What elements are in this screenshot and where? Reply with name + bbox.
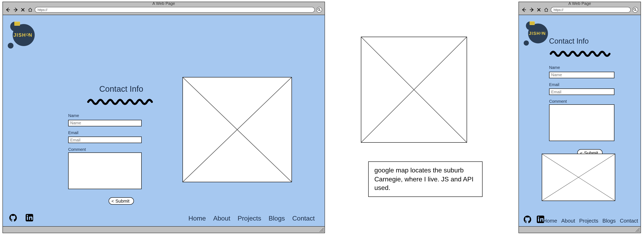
brand-name: JISHN xyxy=(14,32,32,38)
brand-name: JISHN xyxy=(529,31,546,36)
chevron-left-icon: < xyxy=(112,199,114,203)
comment-field[interactable] xyxy=(68,152,142,189)
name-label: Name xyxy=(549,65,631,70)
search-icon[interactable] xyxy=(632,7,638,13)
map-image-placeholder xyxy=(542,154,615,201)
contact-heading: Contact Info xyxy=(549,37,631,46)
brand-logo: JISHN xyxy=(7,19,40,52)
svg-point-7 xyxy=(538,217,539,218)
window-title: A Web Page xyxy=(3,1,324,6)
name-field[interactable] xyxy=(68,120,142,126)
comment-label: Comment xyxy=(549,99,631,104)
footer-nav: Home About Projects Blogs Contact xyxy=(188,215,315,222)
email-field[interactable] xyxy=(549,88,614,95)
search-icon[interactable] xyxy=(316,7,322,13)
svg-point-3 xyxy=(27,215,28,216)
nav-home[interactable]: Home xyxy=(188,215,206,222)
email-label: Email xyxy=(68,130,174,135)
comment-field[interactable] xyxy=(549,104,614,141)
window-title: A Web Page xyxy=(519,1,640,6)
back-icon[interactable] xyxy=(5,7,11,13)
submit-button[interactable]: <Submit xyxy=(108,197,134,205)
browser-chrome: A Web Page https:// xyxy=(519,2,640,15)
resize-handle-icon[interactable] xyxy=(636,228,640,232)
name-label: Name xyxy=(68,113,174,118)
url-bar[interactable]: https:// xyxy=(35,7,315,13)
name-field[interactable] xyxy=(549,71,614,78)
resize-handle-icon[interactable] xyxy=(320,228,324,232)
standalone-map-placeholder xyxy=(361,37,467,143)
scribble-decoration xyxy=(549,49,618,57)
svg-point-0 xyxy=(318,8,320,10)
contact-form-block: Contact Info Name Email Comment <Submit xyxy=(549,37,631,157)
browser-chrome: A Web Page https:// xyxy=(3,2,324,15)
svg-rect-2 xyxy=(27,217,28,220)
status-bar xyxy=(3,226,324,233)
comment-label: Comment xyxy=(68,147,174,152)
brand-logo: JISHN xyxy=(523,19,552,48)
forward-icon[interactable] xyxy=(529,7,534,13)
nav-blogs[interactable]: Blogs xyxy=(268,215,285,222)
svg-point-4 xyxy=(634,8,636,10)
forward-icon[interactable] xyxy=(13,7,18,13)
linkedin-icon[interactable] xyxy=(25,213,34,222)
email-field[interactable] xyxy=(68,137,142,143)
scribble-decoration xyxy=(86,97,156,105)
home-icon[interactable] xyxy=(543,7,549,13)
nav-projects[interactable]: Projects xyxy=(238,215,261,222)
url-text: https:// xyxy=(554,8,563,12)
status-bar xyxy=(519,226,640,233)
github-icon[interactable] xyxy=(523,215,532,224)
contact-form-block: Contact Info Name Email Comment <Submit xyxy=(68,84,174,205)
contact-heading: Contact Info xyxy=(68,84,174,94)
email-label: Email xyxy=(549,82,631,87)
chip-icon xyxy=(530,21,534,25)
url-bar[interactable]: https:// xyxy=(551,7,631,13)
stop-icon[interactable] xyxy=(20,7,26,13)
home-icon[interactable] xyxy=(27,7,33,13)
nav-projects[interactable]: Projects xyxy=(579,218,598,224)
svg-rect-6 xyxy=(538,218,539,222)
map-annotation-note: google map locates the suburb Carnegie, … xyxy=(368,161,482,197)
chip-icon xyxy=(14,22,20,26)
back-icon[interactable] xyxy=(521,7,527,13)
stop-icon[interactable] xyxy=(536,7,542,13)
mobile-browser-window: A Web Page https:// xyxy=(518,2,641,233)
nav-contact[interactable]: Contact xyxy=(620,218,638,224)
nav-about[interactable]: About xyxy=(213,215,230,222)
nav-contact[interactable]: Contact xyxy=(292,215,315,222)
nav-blogs[interactable]: Blogs xyxy=(602,218,616,224)
nav-home[interactable]: Home xyxy=(543,218,557,224)
nav-about[interactable]: About xyxy=(561,218,575,224)
social-links xyxy=(8,213,34,222)
url-text: https:// xyxy=(38,8,47,12)
footer-nav: Home About Projects Blogs Contact xyxy=(543,218,638,224)
map-image-placeholder xyxy=(182,77,292,182)
desktop-browser-window: A Web Page https:// xyxy=(2,2,325,233)
social-links xyxy=(523,215,545,224)
github-icon[interactable] xyxy=(8,213,18,222)
